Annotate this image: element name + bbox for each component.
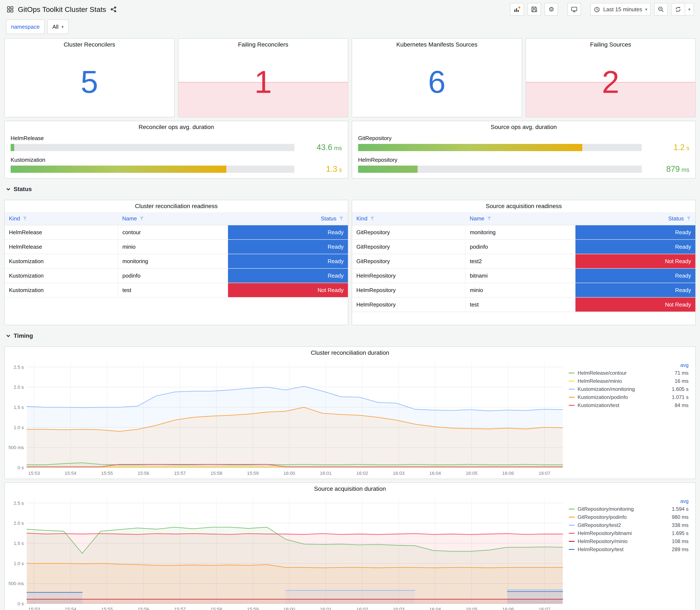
svg-text:16:07: 16:07 — [539, 470, 550, 476]
panel-title[interactable]: Failing Reconcilers — [179, 39, 348, 51]
stat-panel-kubernetes-manifests-sources: Kubernetes Manifests Sources6 — [352, 38, 522, 117]
column-header-kind[interactable]: Kind — [5, 212, 118, 225]
legend-item-gitrepository-podinfo[interactable]: GitRepository/podinfo980 ms — [569, 513, 688, 521]
panel-title[interactable]: Cluster reconciliation readiness — [5, 200, 348, 212]
column-header-status[interactable]: Status — [228, 212, 348, 225]
stat-value: 2 — [526, 51, 696, 117]
legend-item-helmrepository-minio[interactable]: HelmRepository/minio108 ms — [569, 537, 688, 545]
status-badge: Not Ready — [575, 254, 695, 268]
legend-series-mark — [569, 509, 575, 510]
filter-icon[interactable] — [686, 216, 691, 221]
clock-icon — [594, 6, 600, 13]
panel-title[interactable]: Source acquisition readiness — [352, 200, 695, 212]
table-row: KustomizationtestNot Ready — [5, 283, 348, 298]
legend-item-helmrepository-bitnami[interactable]: HelmRepository/bitnami1.695 s — [569, 529, 688, 537]
legend-item-helmrepository-test[interactable]: HelmRepository/test289 ms — [569, 545, 688, 553]
legend-series-avg: 71 ms — [675, 370, 688, 376]
cell-status: Ready — [228, 269, 348, 283]
save-dashboard-button[interactable] — [527, 3, 541, 16]
svg-text:15:53: 15:53 — [28, 607, 40, 610]
svg-text:16:03: 16:03 — [393, 607, 404, 610]
filter-icon[interactable] — [140, 216, 144, 221]
legend-item-kustomization-podinfo[interactable]: Kustomization/podinfo1.071 s — [569, 393, 688, 401]
svg-text:15:55: 15:55 — [101, 470, 113, 476]
svg-text:15:59: 15:59 — [247, 607, 259, 610]
filter-icon[interactable] — [22, 216, 27, 221]
readiness-table: KindNameStatusHelmReleasecontourReadyHel… — [5, 212, 348, 298]
legend-item-helmrelease-contour[interactable]: HelmRelease/contour71 ms — [569, 369, 688, 377]
svg-text:1.5 s: 1.5 s — [14, 405, 24, 410]
legend-series-name: GitRepository/podinfo — [577, 514, 627, 520]
time-series-plot[interactable]: 15:5315:5415:5515:5615:5715:5815:5916:00… — [6, 495, 566, 610]
legend-item-helmrelease-minio[interactable]: HelmRelease/minio16 ms — [569, 377, 688, 385]
gauge-track — [11, 144, 294, 151]
cell-name: test — [118, 283, 228, 298]
zoom-out-button[interactable] — [654, 3, 668, 16]
cell-kind: HelmRelease — [5, 225, 118, 240]
time-series-plot[interactable]: 15:5315:5415:5515:5615:5715:5815:5916:00… — [6, 359, 566, 477]
share-icon[interactable] — [110, 5, 117, 13]
column-header-name[interactable]: Name — [466, 212, 575, 225]
legend-series-name: Kustomization/test — [577, 402, 619, 408]
cell-kind: Kustomization — [5, 283, 118, 298]
refresh-interval-button[interactable]: ▾ — [685, 3, 694, 16]
status-badge: Ready — [228, 225, 348, 239]
svg-text:16:01: 16:01 — [320, 470, 331, 476]
section-status[interactable]: Status — [4, 182, 696, 196]
cell-status: Ready — [228, 240, 348, 254]
legend-series-avg: 1.695 s — [672, 530, 688, 536]
gauge-value: 43.6ms — [300, 143, 342, 152]
cycle-view-button[interactable] — [567, 3, 581, 16]
cell-name: test2 — [466, 254, 575, 269]
panel-title[interactable]: Failing Sources — [526, 39, 696, 51]
variable-namespace-value[interactable]: All ▾ — [47, 19, 69, 34]
svg-text:15:57: 15:57 — [174, 607, 186, 610]
status-badge: Ready — [575, 240, 695, 254]
gauge-track — [358, 144, 642, 151]
column-header-status[interactable]: Status — [575, 212, 695, 225]
table-header-row: KindNameStatus — [5, 212, 348, 225]
svg-text:16:04: 16:04 — [429, 607, 441, 610]
refresh-button[interactable] — [671, 3, 685, 16]
stat-panel-failing-sources: Failing Sources2 — [525, 38, 696, 117]
legend-series-name: GitRepository/monitoring — [577, 506, 634, 512]
legend-item-kustomization-test[interactable]: Kustomization/test84 ms — [569, 401, 688, 410]
panel-title[interactable]: Cluster Reconcilers — [5, 39, 174, 51]
cell-name: monitoring — [118, 254, 228, 269]
legend-item-kustomization-monitoring[interactable]: Kustomization/monitoring1.605 s — [569, 385, 688, 393]
svg-text:15:54: 15:54 — [65, 607, 76, 610]
panel-title[interactable]: Source acquisition duration — [5, 483, 695, 495]
chart-panel-source-acquisition-duration: Source acquisition duration 15:5315:5415… — [4, 482, 696, 610]
variable-namespace-label[interactable]: namespace — [6, 19, 45, 34]
panel-title[interactable]: Reconciler ops avg. duration — [5, 121, 348, 133]
time-picker-button[interactable]: Last 15 minutes ▾ — [590, 3, 651, 16]
table-panels-row: Cluster reconciliation readinessKindName… — [4, 200, 696, 325]
dashboard-settings-button[interactable]: ⚙ — [544, 3, 558, 16]
dashboard-grid-icon[interactable] — [6, 5, 14, 14]
filter-icon[interactable] — [487, 216, 491, 221]
svg-text:15:54: 15:54 — [65, 470, 76, 476]
gauge-row-kustomization: Kustomization1.3s — [11, 157, 342, 174]
svg-text:16:05: 16:05 — [466, 607, 477, 610]
section-timing[interactable]: Timing — [4, 328, 696, 343]
variable-namespace-selected: All — [52, 23, 59, 30]
add-panel-icon — [514, 6, 521, 13]
legend-series-name: HelmRepository/test — [577, 546, 623, 552]
panel-title[interactable]: Source ops avg. duration — [352, 121, 695, 133]
legend-series-mark — [569, 533, 575, 534]
panel-title[interactable]: Kubernetes Manifests Sources — [352, 39, 522, 51]
stat-panels-row: Cluster Reconcilers5Failing Reconcilers1… — [4, 38, 696, 117]
legend-item-gitrepository-test2[interactable]: GitRepository/test2338 ms — [569, 521, 688, 529]
stat-panel-failing-reconcilers: Failing Reconcilers1 — [178, 38, 348, 117]
section-status-label: Status — [14, 186, 32, 193]
column-header-name[interactable]: Name — [118, 212, 228, 225]
filter-icon[interactable] — [339, 216, 344, 221]
panel-title[interactable]: Cluster reconciliation duration — [5, 347, 695, 359]
gauge-bar-fill — [11, 144, 14, 151]
filter-icon[interactable] — [370, 216, 375, 221]
time-range-label: Last 15 minutes — [603, 6, 642, 13]
legend-item-gitrepository-monitoring[interactable]: GitRepository/monitoring1.594 s — [569, 505, 688, 513]
add-panel-button[interactable] — [510, 3, 524, 16]
column-header-kind[interactable]: Kind — [352, 212, 466, 225]
gauge-panel-source-ops-avg-duration: Source ops avg. durationGitRepository1.2… — [352, 121, 696, 178]
